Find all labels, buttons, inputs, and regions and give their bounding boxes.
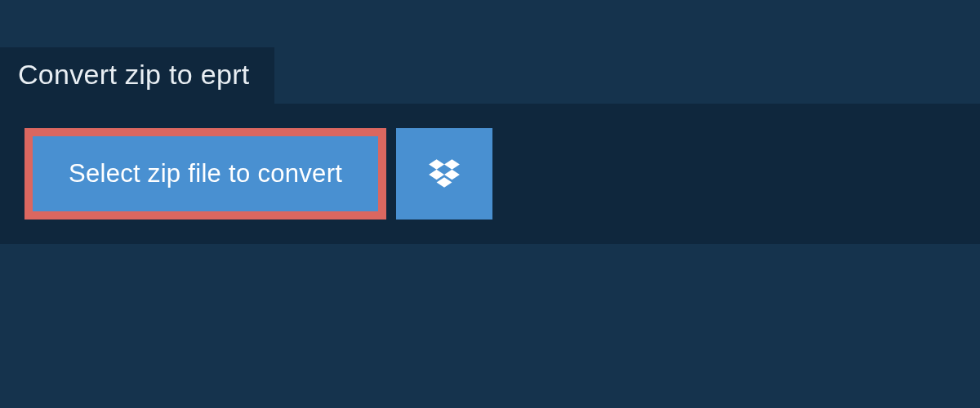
dropbox-icon <box>427 157 461 191</box>
dropbox-button[interactable] <box>396 128 492 220</box>
tab-bar: Convert zip to eprt <box>0 47 980 104</box>
content-panel: Select zip file to convert <box>0 104 980 244</box>
tab-title: Convert zip to eprt <box>18 59 250 90</box>
svg-marker-4 <box>437 177 452 188</box>
tab-convert[interactable]: Convert zip to eprt <box>0 47 274 104</box>
svg-marker-2 <box>429 170 444 180</box>
button-row: Select zip file to convert <box>24 128 956 220</box>
svg-marker-1 <box>444 159 460 170</box>
select-file-button[interactable]: Select zip file to convert <box>24 128 386 220</box>
select-file-label: Select zip file to convert <box>69 159 342 188</box>
svg-marker-3 <box>444 170 460 180</box>
svg-marker-0 <box>429 159 444 170</box>
